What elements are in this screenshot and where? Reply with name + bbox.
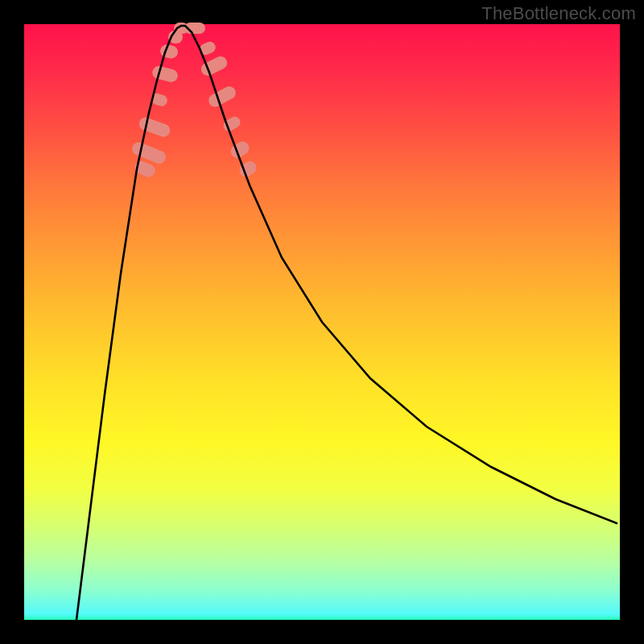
pink-marks-left-mark bbox=[137, 116, 171, 139]
chart-frame: TheBottleneck.com bbox=[0, 0, 644, 644]
pink-marks-left-mark bbox=[130, 140, 168, 165]
curve-svg bbox=[24, 24, 620, 620]
site-watermark: TheBottleneck.com bbox=[481, 3, 636, 24]
bottleneck-curve bbox=[76, 26, 617, 620]
pink-marks-left-mark bbox=[151, 64, 180, 83]
gradient-plot-area bbox=[24, 24, 620, 620]
pink-marks-left-mark bbox=[159, 43, 179, 60]
pink-marks-right-mark bbox=[206, 84, 237, 109]
